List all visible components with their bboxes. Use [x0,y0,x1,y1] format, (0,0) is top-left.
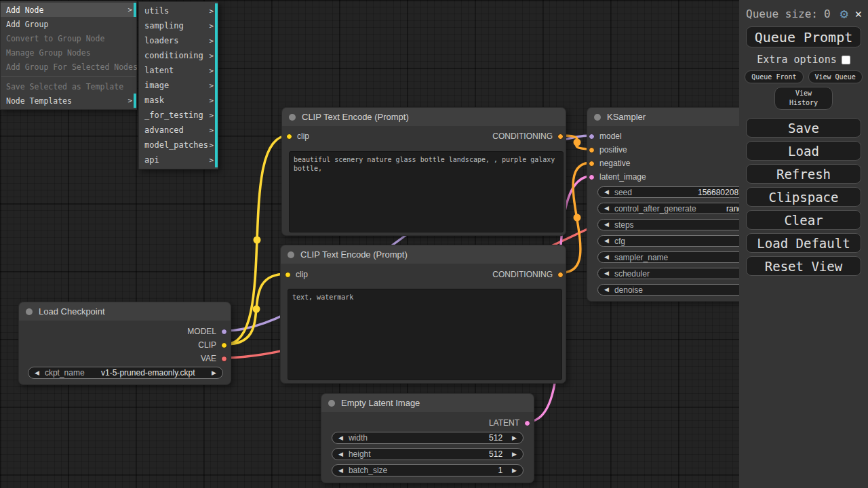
link-clip-to-negative-prompt[interactable] [226,274,287,344]
input-dot-positive[interactable] [589,147,595,153]
node-title-bar[interactable]: Empty Latent Image [321,394,534,412]
decrement-arrow-icon[interactable]: ◀ [338,449,343,460]
input-slot-clip[interactable]: clip [285,268,308,281]
next-option-arrow-icon[interactable]: ▶ [212,367,216,379]
close-icon[interactable]: ✕ [855,7,862,20]
prompt-textarea[interactable]: text, watermark [288,289,562,380]
submenu-item-utils[interactable]: utils > [139,3,218,18]
widget-height[interactable]: ◀ height 512 ▶ [332,448,524,460]
link-midpoint-dot[interactable] [253,306,260,313]
widget-ckpt-name[interactable]: ◀ ckpt_name v1-5-pruned-emaonly.ckpt ▶ [28,367,223,379]
output-slot-vae[interactable]: VAE [201,352,227,365]
submenu-item-conditioning[interactable]: conditioning > [139,48,218,63]
menu-item-node-templates[interactable]: Node Templates > [1,94,136,108]
output-dot-vae[interactable] [221,356,227,362]
decrement-arrow-icon[interactable]: ◀ [604,235,609,247]
refresh-button[interactable]: Refresh [746,164,861,184]
input-dot-latent-image[interactable] [589,174,595,180]
decrement-arrow-icon[interactable]: ◀ [604,219,609,230]
submenu-item-advanced[interactable]: advanced > [139,123,218,138]
view-queue-button[interactable]: View Queue [808,70,863,83]
menu-item-add-group-for-selected-nodes[interactable]: Add Group For Selected Nodes [1,60,136,74]
submenu-item-sampling[interactable]: sampling > [139,18,218,33]
output-dot-clip[interactable] [221,342,227,348]
extra-options-checkbox[interactable] [842,56,850,64]
node-load-checkpoint[interactable]: Load Checkpoint MODEL CLIP VAE ◀ ckpt_na… [18,302,231,385]
menu-item-add-group[interactable]: Add Group [1,17,136,31]
submenu-item-image[interactable]: image > [139,78,218,93]
queue-prompt-button[interactable]: Queue Prompt [746,26,861,47]
menu-item-add-node[interactable]: Add Node > [1,3,136,17]
output-slot-clip[interactable]: CLIP [198,338,227,352]
increment-arrow-icon[interactable]: ▶ [512,465,517,476]
widget-width[interactable]: ◀ width 512 ▶ [332,432,524,444]
node-clip-text-encode-2[interactable]: CLIP Text Encode (Prompt) clip CONDITION… [280,245,566,384]
input-dot-negative[interactable] [589,161,595,167]
view-history-button[interactable]: View History [774,87,833,110]
load-default-button[interactable]: Load Default [746,233,861,253]
menu-item-convert-to-group-node[interactable]: Convert to Group Node [1,31,136,45]
decrement-arrow-icon[interactable]: ◀ [338,432,343,444]
output-dot-conditioning[interactable] [557,272,564,278]
input-dot-clip[interactable] [285,272,291,278]
widget-cfg[interactable]: ◀ cfg [597,235,757,247]
node-collapse-dot[interactable] [288,251,294,258]
reset-view-button[interactable]: Reset View [746,256,861,276]
link-clip-to-positive-prompt[interactable] [226,136,288,344]
widget-scheduler[interactable]: ◀ scheduler [597,268,757,279]
submenu-item-mask[interactable]: mask > [139,93,218,108]
submenu-item-loaders[interactable]: loaders > [139,33,218,48]
queue-front-button[interactable]: Queue Front [745,70,803,83]
submenu-item-model-patches[interactable]: model_patches > [139,138,218,152]
input-slot-negative[interactable]: negative [589,157,630,170]
node-clip-text-encode-1[interactable]: CLIP Text Encode (Prompt) clip CONDITION… [281,107,566,236]
widget-denoise[interactable]: ◀ denoise [597,284,757,296]
node-empty-latent-image[interactable]: Empty Latent Image LATENT ◀ width 512 ▶ … [321,393,534,483]
node-title-bar[interactable]: Load Checkpoint [19,302,231,321]
node-collapse-dot[interactable] [26,308,33,315]
output-dot-latent[interactable] [524,420,530,426]
decrement-arrow-icon[interactable]: ◀ [604,203,609,214]
input-slot-positive[interactable]: positive [589,143,627,157]
input-slot-model[interactable]: model [589,129,622,143]
link-midpoint-dot[interactable] [254,237,261,244]
decrement-arrow-icon[interactable]: ◀ [604,186,609,198]
output-slot-conditioning[interactable]: CONDITIONING [492,129,564,143]
widget-batch-size[interactable]: ◀ batch_size 1 ▶ [332,464,524,476]
node-collapse-dot[interactable] [594,114,601,121]
submenu-item-for-testing[interactable]: _for_testing > [139,108,218,123]
output-dot-conditioning[interactable] [557,134,564,140]
menu-item-manage-group-nodes[interactable]: Manage Group Nodes [1,45,136,60]
output-slot-conditioning[interactable]: CONDITIONING [492,268,564,281]
output-dot-model[interactable] [221,329,227,335]
input-slot-latent-image[interactable]: latent_image [589,170,646,184]
link-midpoint-dot[interactable] [574,214,581,222]
output-slot-model[interactable]: MODEL [187,325,227,338]
input-slot-clip[interactable]: clip [286,129,309,143]
submenu-item-latent[interactable]: latent > [139,63,218,78]
node-title-bar[interactable]: CLIP Text Encode (Prompt) [282,108,566,126]
input-dot-clip[interactable] [286,134,292,140]
widget-steps[interactable]: ◀ steps [597,219,757,230]
node-title-bar[interactable]: CLIP Text Encode (Prompt) [281,245,566,264]
settings-gear-icon[interactable]: ⚙ [840,7,848,20]
node-collapse-dot[interactable] [289,114,296,121]
load-button[interactable]: Load [746,141,861,161]
save-button[interactable]: Save [746,118,861,138]
decrement-arrow-icon[interactable]: ◀ [604,284,609,296]
input-dot-model[interactable] [589,134,595,140]
previous-option-arrow-icon[interactable]: ◀ [35,367,39,379]
output-slot-latent[interactable]: LATENT [489,416,530,430]
node-collapse-dot[interactable] [328,400,335,407]
decrement-arrow-icon[interactable]: ◀ [604,268,609,279]
clear-button[interactable]: Clear [746,210,861,230]
clipspace-button[interactable]: Clipspace [746,187,861,207]
widget-control-after-generate[interactable]: ◀ control_after_generate randomize [597,203,757,214]
menu-item-save-selected-as-template[interactable]: Save Selected as Template [1,79,136,94]
submenu-item-api[interactable]: api > [139,152,218,167]
decrement-arrow-icon[interactable]: ◀ [338,465,343,476]
link-midpoint-dot[interactable] [574,139,581,146]
increment-arrow-icon[interactable]: ▶ [512,449,517,460]
prompt-textarea[interactable]: beautiful scenery nature glass bottle la… [289,151,564,232]
decrement-arrow-icon[interactable]: ◀ [604,251,609,263]
